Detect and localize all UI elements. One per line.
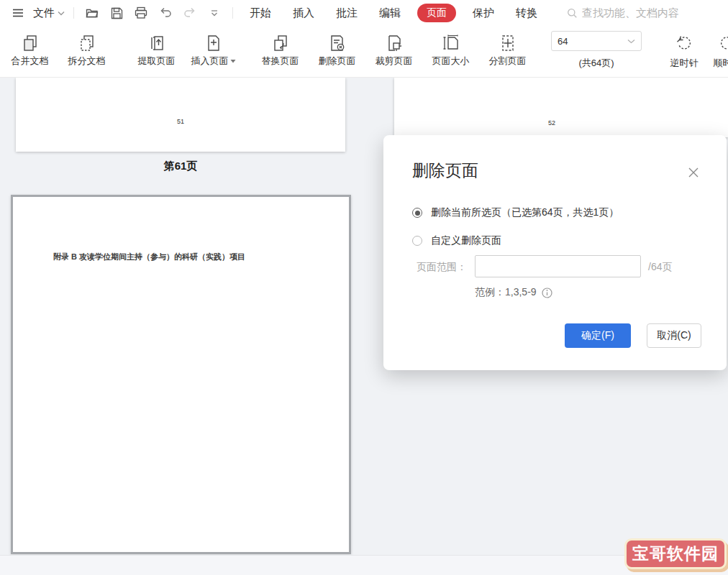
chevron-down-icon [627,39,635,44]
extract-pages-icon [147,31,167,55]
range-example-text: 范例：1,3,5-9 [475,286,537,299]
tab-convert[interactable]: 转换 [516,6,537,20]
rotate-cw-button[interactable]: 顺时针 [706,31,728,70]
divider [73,7,74,19]
search-input[interactable]: 查找功能、文档内容 [567,6,679,20]
page-range-label: 页面范围： [417,261,467,274]
rotate-ccw-button[interactable]: 逆时针 [663,31,706,70]
merge-docs-label: 合并文档 [12,55,49,68]
radio-delete-current[interactable]: 删除当前所选页（已选第64页，共选1页） [412,206,619,219]
merge-docs-button[interactable]: 合并文档 [1,31,58,68]
page-size-label: 页面大小 [432,55,470,68]
page-number-selector: 64 (共64页) [543,31,650,70]
insert-pages-label: 插入页面 [191,55,229,68]
crop-pages-label: 裁剪页面 [376,55,413,68]
page-range-input[interactable] [475,255,641,277]
rotate-ccw-label: 逆时针 [670,57,699,70]
radio-unselected-icon [412,236,422,246]
page-thumbnail-52[interactable]: 52 [394,78,728,137]
status-bar [0,555,728,575]
print-icon[interactable] [132,4,150,22]
menubar: 文件 开始 插入 批注 编辑 页面 保护 转换 查找功能、文 [0,0,728,26]
total-pages-label: (共64页) [578,57,614,70]
delete-pages-icon [327,31,347,55]
page-footer-number: 52 [548,119,555,126]
radio-delete-current-label: 删除当前所选页（已选第64页，共选1页） [431,206,619,219]
radio-selected-icon [412,208,422,218]
redo-icon[interactable] [181,4,199,22]
app-window: 文件 开始 插入 批注 编辑 页面 保护 转换 查找功能、文 [0,0,728,575]
divide-pages-button[interactable]: 分割页面 [479,31,536,68]
tab-comment[interactable]: 批注 [336,6,358,20]
info-icon[interactable] [542,288,552,298]
tab-edit[interactable]: 编辑 [379,6,401,20]
divider [232,7,233,19]
radio-delete-custom[interactable]: 自定义删除页面 [412,234,501,247]
divide-pages-icon [498,31,518,55]
split-docs-button[interactable]: 拆分文档 [58,31,115,68]
divide-pages-label: 分割页面 [489,55,527,68]
insert-pages-button[interactable]: 插入页面 [185,31,242,68]
search-placeholder: 查找功能、文档内容 [582,6,679,20]
cancel-button[interactable]: 取消(C) [647,323,701,348]
delete-pages-dialog: 删除页面 删除当前所选页（已选第64页，共选1页） 自定义删除页面 页面范围： … [383,135,727,370]
chevron-down-icon [58,11,65,16]
delete-pages-label: 删除页面 [319,55,356,68]
rotate-cw-icon [716,31,728,55]
rotate-ccw-icon [673,31,695,55]
radio-delete-custom-label: 自定义删除页面 [431,234,501,247]
rotate-cw-label: 顺时针 [714,57,728,70]
extract-pages-label: 提取页面 [138,55,176,68]
ok-button[interactable]: 确定(F) [565,323,631,348]
tab-start[interactable]: 开始 [250,6,271,20]
hamburger-menu-icon[interactable] [9,4,27,22]
delete-pages-button[interactable]: 删除页面 [309,31,365,68]
replace-pages-icon [270,31,291,55]
dropdown-caret-icon [230,59,236,63]
split-docs-label: 拆分文档 [68,55,106,68]
site-watermark: 宝哥软件园 [624,538,727,569]
page-thumbnail-62-selected[interactable]: 附录 B 攻读学位期间主持（参与）的科研（实践）项目 [11,195,351,554]
file-menu-label: 文件 [33,6,55,20]
split-docs-icon [77,31,97,55]
open-folder-icon[interactable] [83,4,101,22]
page-size-button[interactable]: 页面大小 [422,31,479,68]
page-footer-number: 51 [16,118,345,125]
tab-protect[interactable]: 保护 [473,6,494,20]
page-range-suffix: /64页 [648,261,672,274]
merge-docs-icon [20,31,40,55]
tab-insert[interactable]: 插入 [293,6,314,20]
page-toolbar: 合并文档 拆分文档 提取页面 插入页面 [0,26,728,78]
page-size-icon [441,31,461,55]
replace-pages-label: 替换页面 [262,55,299,68]
page-number-value: 64 [558,36,568,47]
appendix-heading: 附录 B 攻读学位期间主持（参与）的科研（实践）项目 [53,252,245,262]
file-menu[interactable]: 文件 [33,6,65,20]
page-number-dropdown[interactable]: 64 [551,31,642,51]
crop-pages-icon [384,31,404,55]
undo-icon[interactable] [157,4,174,22]
tab-page-active[interactable]: 页面 [417,4,456,22]
save-icon[interactable] [108,4,125,22]
page-61-caption: 第61页 [16,160,345,173]
page-thumbnail-61[interactable]: 51 [16,78,345,152]
dialog-title: 删除页面 [412,160,478,182]
insert-pages-icon [204,31,224,55]
more-commands-icon[interactable] [206,4,223,22]
replace-pages-button[interactable]: 替换页面 [252,31,309,68]
crop-pages-button[interactable]: 裁剪页面 [365,31,422,68]
search-icon [567,8,578,19]
close-icon[interactable] [686,165,701,180]
extract-pages-button[interactable]: 提取页面 [128,31,185,68]
